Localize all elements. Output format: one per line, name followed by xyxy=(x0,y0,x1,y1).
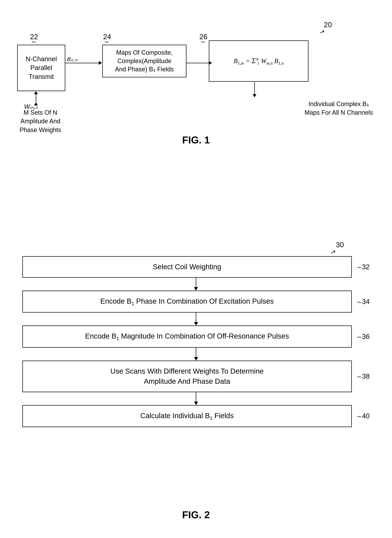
ref-32-label: 〜32 xyxy=(357,263,370,271)
box-32: Select Coil Weighting xyxy=(22,256,352,278)
box-38: Use Scans With Different Weights To Dete… xyxy=(22,361,352,392)
box-38-text: Use Scans With Different Weights To Dete… xyxy=(110,367,264,385)
box-34-text: Encode B1 Phase In Combination Of Excita… xyxy=(100,297,274,305)
ref-20: 20 xyxy=(324,21,332,29)
squiggle-26-icon: 〜 xyxy=(201,39,205,45)
arrow-20-icon: ↙ xyxy=(318,28,326,37)
box-36-text: Encode B1 Magnitude In Combination Of Of… xyxy=(85,332,289,340)
ref-38-label: 〜38 xyxy=(357,373,370,380)
ref-36-label: 〜36 xyxy=(357,333,370,340)
box-24: Maps Of Composite, Complex(Amplitude And… xyxy=(102,45,187,77)
box-24-text: Maps Of Composite, Complex(Amplitude And… xyxy=(115,48,174,74)
arrow-22-24 xyxy=(65,61,102,65)
flow-row-36: Encode B1 Magnitude In Combination Of Of… xyxy=(22,326,370,348)
fig1-caption: FIG. 1 xyxy=(14,134,378,146)
ref-34-label: 〜34 xyxy=(357,298,370,306)
page: 20 ↙ 22 〜 24 〜 26 〜 N-Channel Parallel T… xyxy=(0,0,392,538)
fig1-bottom-right: Individual Complex B₁ Maps For All N Cha… xyxy=(303,100,375,117)
wmn-input-arrow xyxy=(34,91,38,94)
squiggle-34-icon: 〜 xyxy=(357,300,361,305)
squiggle-24-icon: 〜 xyxy=(104,39,109,45)
ref-30: 30 xyxy=(336,241,344,249)
box-40-text: Calculate Individual B1 Fields xyxy=(140,412,234,420)
fig2-caption: FIG. 2 xyxy=(14,509,378,520)
box-34: Encode B1 Phase In Combination Of Excita… xyxy=(22,291,352,313)
box-26: B1,m = ΣN1 Wm,n B1,n xyxy=(209,40,308,82)
connector-34-36 xyxy=(22,313,370,326)
squiggle-32-icon: 〜 xyxy=(357,265,361,270)
box-40: Calculate Individual B1 Fields xyxy=(22,405,352,427)
connector-32-34 xyxy=(5,278,370,291)
box-26-formula: B1,m = ΣN1 Wm,n B1,n xyxy=(234,57,284,66)
arrow-26-down xyxy=(253,82,257,97)
box-22-text: N-Channel Parallel Transmit xyxy=(26,55,57,81)
fig1-bottom-left: M Sets Of N Amplitude And Phase Weights xyxy=(14,108,67,134)
connector-36-38 xyxy=(22,348,370,361)
box-22: N-Channel Parallel Transmit xyxy=(17,45,65,91)
flow-row-38: Use Scans With Different Weights To Dete… xyxy=(22,361,370,392)
box-36: Encode B1 Magnitude In Combination Of Of… xyxy=(22,326,352,348)
ref-40-label: 〜40 xyxy=(357,412,370,420)
squiggle-40-icon: 〜 xyxy=(357,414,361,419)
squiggle-38-icon: 〜 xyxy=(357,374,361,380)
arrow-24-26 xyxy=(187,61,212,65)
squiggle-22-icon: 〜 xyxy=(32,39,36,45)
flow-row-40: Calculate Individual B1 Fields 〜40 xyxy=(22,405,370,427)
flow-row-32: Select Coil Weighting 〜32 xyxy=(22,256,370,278)
box-32-text: Select Coil Weighting xyxy=(153,263,221,271)
flow-chart: Select Coil Weighting 〜32 Encode B1 Phas… xyxy=(22,256,370,427)
arrow-30-icon: ↙ xyxy=(329,248,337,256)
flow-row-34: Encode B1 Phase In Combination Of Excita… xyxy=(22,291,370,313)
connector-38-40 xyxy=(22,392,370,405)
squiggle-36-icon: 〜 xyxy=(357,335,361,340)
